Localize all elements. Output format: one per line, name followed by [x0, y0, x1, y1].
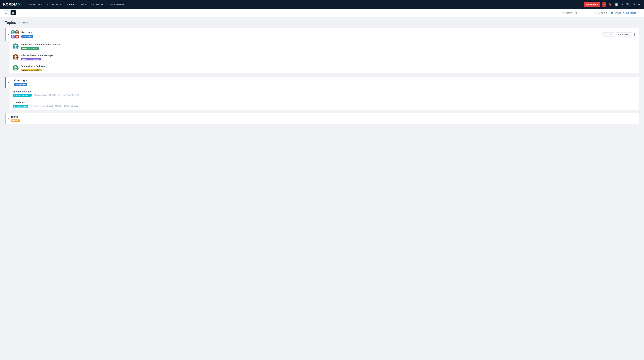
logo[interactable]: KORDIAM — [3, 2, 21, 7]
subtopic-sarah-miller: Sarah Miller – End user #persona_sarahmi… — [9, 63, 639, 74]
nav-links: DASHBOARD STORY LISTS TOPICS TASKS CALEN… — [26, 2, 584, 7]
groups-button[interactable]: 👥 Groups — [611, 12, 621, 14]
settings-icon[interactable]: ⚙ — [632, 2, 636, 7]
personas-subtopics: Jane Doe – Communications Director #pers… — [9, 41, 639, 74]
ux-relaunch-info: UX Relaunch #campaigns-ux Monday, Januar… — [12, 101, 636, 107]
personas-collapse-button[interactable]: ▾ — [8, 33, 9, 36]
sarah-miller-tag: #persona_sarahmiller — [21, 69, 42, 71]
topic-personas-header: ▾ — [5, 28, 639, 41]
ux-relaunch-name: UX Relaunch — [12, 101, 636, 104]
nav-management[interactable]: MANAGEMENT — [106, 2, 126, 7]
groups-icon: 👥 — [611, 12, 614, 14]
topic-teams: ▾ Teams #teams — [5, 113, 639, 124]
brand-name: KORDIAM — [3, 2, 21, 7]
ux-relaunch-tag: #campaigns-ux — [12, 105, 28, 107]
svg-point-19 — [14, 66, 17, 69]
campaigns-info: Campaigns #campaigns — [14, 79, 636, 86]
personas-info: Personas #personas — [22, 31, 602, 38]
page-title-row: Topics + TOPIC — [5, 21, 639, 25]
nav-story-lists[interactable]: STORY LISTS — [45, 2, 63, 7]
teams-left-bar — [5, 113, 6, 124]
john-smith-avatar — [12, 54, 18, 60]
nav-actions: + ABSENCE ▾ 🔖 📋 ✉ 🔍 ⚙ ⇥ — [584, 2, 641, 7]
svg-point-4 — [16, 31, 18, 33]
topic-campaigns: ▾ Campaigns #campaigns Spring Campaign #… — [5, 77, 639, 110]
campaigns-name: Campaigns — [14, 79, 636, 82]
level-label: Level 4 — [598, 12, 605, 14]
personas-tag: #personas — [22, 35, 33, 38]
navbar: KORDIAM DASHBOARD STORY LISTS TOPICS TAS… — [0, 0, 644, 9]
avatar-1 — [11, 30, 15, 34]
campaigns-subtopics: Spring Campaign #campaigns-spring Monday… — [9, 88, 639, 110]
level-chevron-icon: ▾ — [606, 12, 607, 14]
jane-doe-tag: #persona_janedoe — [21, 47, 39, 50]
campaigns-left-bar — [5, 77, 6, 88]
svg-point-10 — [16, 35, 18, 37]
search-icon[interactable]: 🔍 — [626, 2, 630, 7]
jane-doe-info: Jane Doe – Communications Director #pers… — [21, 43, 636, 50]
topic-personas: ▾ — [5, 28, 639, 74]
nav-tasks[interactable]: TASKS — [77, 2, 89, 7]
personas-more-icon[interactable]: ⋮ — [633, 33, 636, 36]
jane-doe-name: Jane Doe – Communications Director — [21, 43, 636, 46]
john-smith-info: John Smith – Comms Manager #persona_john… — [21, 54, 636, 60]
toolbar-more-button[interactable]: ⋮ — [638, 11, 641, 15]
search-box: 🔍 — [560, 11, 594, 15]
search-input[interactable] — [566, 12, 592, 14]
personas-story-button[interactable]: + STORY — [602, 33, 614, 37]
campaigns-tag: #campaigns — [14, 83, 27, 86]
spring-campaign-tag: #campaigns-spring — [12, 94, 32, 97]
ux-relaunch-date: Monday, January 18, 2021 – Monday, Febru… — [31, 105, 78, 107]
personas-left-bar — [5, 28, 6, 41]
teams-info: Teams #teams — [11, 115, 636, 122]
subtopic-ux-relaunch: UX Relaunch #campaigns-ux Monday, Januar… — [9, 99, 639, 110]
avatar-2 — [15, 30, 19, 34]
spring-campaign-name: Spring Campaign — [12, 90, 636, 93]
clipboard-icon[interactable]: 📋 — [614, 2, 619, 7]
teams-name: Teams — [11, 115, 636, 118]
nav-calendar[interactable]: CALENDAR — [89, 2, 106, 7]
absence-button[interactable]: + ABSENCE — [584, 2, 600, 7]
subtopic-spring-campaign: Spring Campaign #campaigns-spring Monday… — [9, 88, 639, 99]
grid-view-button[interactable]: ▦ — [10, 10, 16, 15]
personas-subtopic-button[interactable]: + SUB-TOPIC — [616, 33, 632, 37]
nav-topics[interactable]: TOPICS — [64, 2, 76, 7]
spring-campaign-info: Spring Campaign #campaigns-spring Monday… — [12, 90, 636, 97]
nav-dashboard[interactable]: DASHBOARD — [26, 2, 44, 7]
absence-caret-button[interactable]: ▾ — [602, 2, 606, 7]
svg-point-7 — [12, 35, 14, 37]
level-select[interactable]: Level 4 ▾ — [596, 11, 609, 15]
personas-name: Personas — [22, 31, 602, 34]
subtopic-john-smith: John Smith – Comms Manager #persona_john… — [9, 52, 639, 63]
active-topics-button[interactable]: Active Topics — [623, 12, 636, 14]
main-content: Topics + TOPIC ▾ — [0, 17, 644, 131]
subtopic-jane-doe: Jane Doe – Communications Director #pers… — [9, 41, 639, 52]
avatar-3 — [11, 35, 15, 39]
spring-campaign-date: Monday, January 11, 2021 – Monday, March… — [34, 94, 79, 96]
svg-point-13 — [14, 45, 17, 47]
campaigns-collapse-button[interactable]: ▾ — [8, 81, 9, 84]
toolbar: ☰ ▦ 🔍 Level 4 ▾ 👥 Groups Active Topics ⋮ — [0, 9, 644, 17]
topic-teams-header: ▾ Teams #teams — [5, 113, 639, 124]
topic-campaigns-header: ▾ Campaigns #campaigns — [5, 77, 639, 88]
bookmark-icon[interactable]: 🔖 — [608, 2, 612, 7]
teams-collapse-button[interactable]: ▾ — [8, 118, 9, 120]
sarah-miller-avatar — [12, 65, 18, 71]
page-title: Topics — [5, 21, 16, 25]
list-view-button[interactable]: ☰ — [3, 10, 9, 15]
add-topic-button[interactable]: + TOPIC — [21, 22, 29, 24]
svg-point-16 — [14, 55, 17, 58]
john-smith-name: John Smith – Comms Manager — [21, 54, 636, 57]
teams-tag: #teams — [11, 119, 20, 122]
jane-doe-avatar — [12, 44, 18, 49]
signout-icon[interactable]: ⇥ — [637, 2, 641, 7]
sarah-miller-info: Sarah Miller – End user #persona_sarahmi… — [21, 65, 636, 71]
avatar-4 — [15, 35, 19, 39]
mail-icon[interactable]: ✉ — [620, 2, 624, 7]
john-smith-tag: #persona_johnsmith — [21, 58, 41, 60]
personas-actions: + STORY + SUB-TOPIC ⋮ — [602, 33, 636, 37]
personas-avatars — [11, 30, 20, 39]
groups-label: Groups — [614, 12, 621, 14]
svg-point-1 — [12, 31, 14, 33]
sarah-miller-name: Sarah Miller – End user — [21, 65, 636, 68]
